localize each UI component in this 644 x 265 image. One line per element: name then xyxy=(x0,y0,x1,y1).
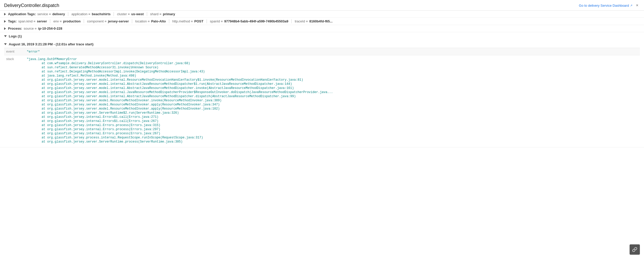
log-timestamp-label: August 16, 2019 3:21:28 PM - (12.01s aft… xyxy=(9,42,94,46)
copy-link-button[interactable] xyxy=(630,244,640,255)
process-section: Process: source = ip-10-254-0-228 xyxy=(0,25,644,32)
header-actions: Go to delivery Service Dashboard ↗ × xyxy=(579,3,640,8)
logs-toggle[interactable]: Logs (1) xyxy=(4,34,640,38)
tag-key-source: source xyxy=(24,27,34,30)
tag-value-cluster: us-west xyxy=(131,12,143,16)
tag-key-location: location xyxy=(135,19,147,23)
span-tags-section: Tags: span.kind = server env = productio… xyxy=(0,18,644,25)
close-button[interactable]: × xyxy=(634,3,640,8)
tag-value-http-method: POST xyxy=(194,19,203,23)
page-title: DeliveryController.dispatch xyxy=(4,3,59,8)
tag-http-method: http.method = POST xyxy=(169,19,207,23)
process-label: Process: xyxy=(8,27,22,30)
span-tags-list: span.kind = server env = production comp… xyxy=(18,19,336,23)
process-toggle[interactable]: Process: xyxy=(4,27,22,30)
tag-shard: shard = primary xyxy=(147,12,178,16)
tag-cluster: cluster = us-west xyxy=(114,12,147,16)
tag-value-span-kind: server xyxy=(37,19,47,23)
log-stack-row: stack "java.lang.OutOfMemoryError at com… xyxy=(4,55,640,145)
process-tags-list: source = ip-10-254-0-228 xyxy=(24,27,65,30)
application-tags-toggle[interactable]: Application Tags: xyxy=(4,12,36,16)
tag-key-shard: shard xyxy=(150,12,159,16)
chevron-right-icon-3 xyxy=(4,27,6,30)
tag-application: application = beachshirts xyxy=(68,12,114,16)
application-tags-label: Application Tags: xyxy=(8,12,36,16)
span-tags-toggle[interactable]: Tags: xyxy=(4,19,17,23)
log-stack-value-text: "java.lang.OutOfMemoryError at com.wfsam… xyxy=(27,57,333,144)
tag-key-trace-id: traceId xyxy=(295,19,305,23)
log-event-value: "error" xyxy=(25,48,640,55)
chevron-down-icon-2 xyxy=(4,43,7,45)
tag-value-application: beachshirts xyxy=(92,12,111,16)
tag-span-id: spanId = 977948b4-5abb-494f-a599-7490b45… xyxy=(207,19,292,23)
tag-component: component = jersey-server xyxy=(84,19,132,23)
tag-key-application: application xyxy=(71,12,87,16)
application-tags-section: Application Tags: service = delivery app… xyxy=(0,11,644,18)
link-icon xyxy=(632,247,637,252)
dashboard-link-label: Go to delivery Service Dashboard xyxy=(579,4,629,7)
tag-key-cluster: cluster xyxy=(117,12,127,16)
tag-value-shard: primary xyxy=(163,12,175,16)
chevron-right-icon-2 xyxy=(4,20,6,23)
external-link-icon: ↗ xyxy=(630,4,632,7)
tag-key-span-id: spanId xyxy=(210,19,220,23)
log-stack-key: stack xyxy=(4,55,25,145)
log-timestamp[interactable]: August 16, 2019 3:21:28 PM - (12.01s aft… xyxy=(4,41,640,48)
tag-value-location: Palo-Alto xyxy=(151,19,166,23)
tag-trace-id: traceId = 8160b4fd-f65... xyxy=(291,19,336,23)
log-event-key: event xyxy=(4,48,25,55)
header: DeliveryController.dispatch Go to delive… xyxy=(0,0,644,11)
application-tags-list: service = delivery application = beachsh… xyxy=(37,12,178,16)
log-stack-value: "java.lang.OutOfMemoryError at com.wfsam… xyxy=(25,55,640,145)
tag-span-kind: span.kind = server xyxy=(18,19,50,23)
tag-key-span-kind: span.kind xyxy=(18,19,33,23)
tag-value-service: delivery xyxy=(52,12,65,16)
tag-value-trace-id: 8160b4fd-f65... xyxy=(309,19,333,23)
tag-key-http-method: http.method xyxy=(172,19,190,23)
tag-key-component: component xyxy=(87,19,104,23)
logs-label: Logs (1) xyxy=(9,34,22,38)
chevron-down-icon xyxy=(4,35,7,37)
dashboard-link[interactable]: Go to delivery Service Dashboard ↗ xyxy=(579,4,632,7)
tag-key-service: service xyxy=(37,12,48,16)
log-event-row: event "error" xyxy=(4,48,640,55)
tag-value-span-id: 977948b4-5abb-494f-a599-7490b45503a9 xyxy=(224,19,289,23)
tag-env: env = production xyxy=(50,19,84,23)
log-table: event "error" stack "java.lang.OutOfMemo… xyxy=(4,48,640,145)
tag-value-env: production xyxy=(63,19,81,23)
chevron-right-icon xyxy=(4,13,6,15)
tag-source: source = ip-10-254-0-228 xyxy=(24,27,65,30)
tag-value-component: jersey-server xyxy=(108,19,129,23)
logs-section: Logs (1) August 16, 2019 3:21:28 PM - (1… xyxy=(0,32,644,147)
tag-value-source: ip-10-254-0-228 xyxy=(38,27,62,30)
log-event-value-text: "error" xyxy=(27,50,40,54)
span-tags-label: Tags: xyxy=(8,19,17,23)
tag-service: service = delivery xyxy=(37,12,68,16)
tag-location: location = Palo-Alto xyxy=(132,19,169,23)
tag-key-env: env xyxy=(53,19,59,23)
